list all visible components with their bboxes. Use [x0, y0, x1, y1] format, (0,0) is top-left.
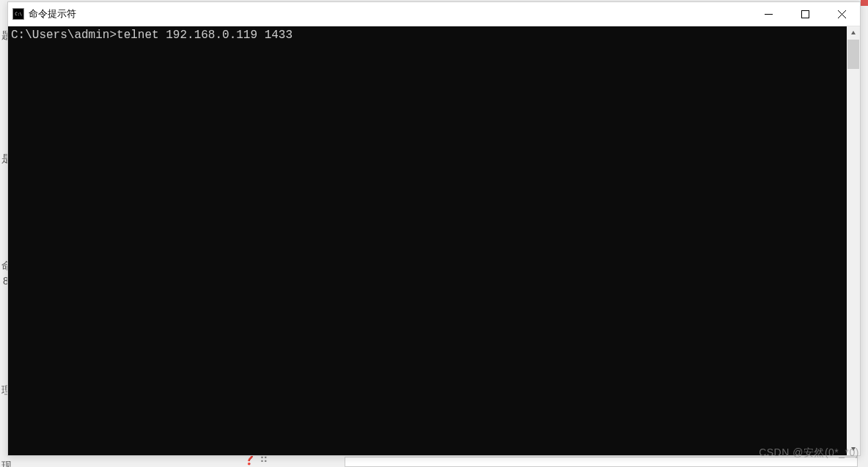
- svg-marker-4: [851, 31, 856, 34]
- titlebar[interactable]: C:\ 命令提示符: [8, 2, 860, 26]
- terminal-area: C:\Users\admin>telnet 192.168.0.119 1433: [8, 26, 860, 455]
- bg-red-accent: [861, 0, 868, 6]
- minimize-icon: [765, 10, 773, 18]
- terminal-line: C:\Users\admin>telnet 192.168.0.119 1433: [11, 28, 844, 43]
- chevron-up-icon: [850, 30, 856, 36]
- close-icon: [838, 10, 846, 18]
- cmd-window: C:\ 命令提示符 C:\Users\admin>telnet 192.168.…: [7, 1, 861, 456]
- minimize-button[interactable]: [750, 2, 787, 26]
- csdn-watermark: CSDN @安然(0*_*0): [759, 446, 859, 460]
- scroll-thumb[interactable]: [847, 40, 859, 69]
- window-controls: [750, 2, 860, 26]
- vertical-scrollbar[interactable]: [847, 26, 860, 455]
- scroll-track[interactable]: [847, 40, 860, 442]
- prompt: C:\Users\admin>: [11, 29, 117, 42]
- cmd-icon-text: C:\: [15, 12, 21, 16]
- maximize-button[interactable]: [787, 2, 823, 26]
- window-title: 命令提示符: [29, 7, 750, 21]
- terminal-output[interactable]: C:\Users\admin>telnet 192.168.0.119 1433: [8, 26, 847, 455]
- command-text: telnet 192.168.0.119 1433: [117, 29, 293, 42]
- cmd-icon: C:\: [12, 8, 24, 20]
- maximize-icon: [801, 10, 809, 18]
- scroll-up-button[interactable]: [847, 26, 860, 40]
- svg-rect-1: [801, 10, 809, 18]
- close-button[interactable]: [823, 2, 860, 26]
